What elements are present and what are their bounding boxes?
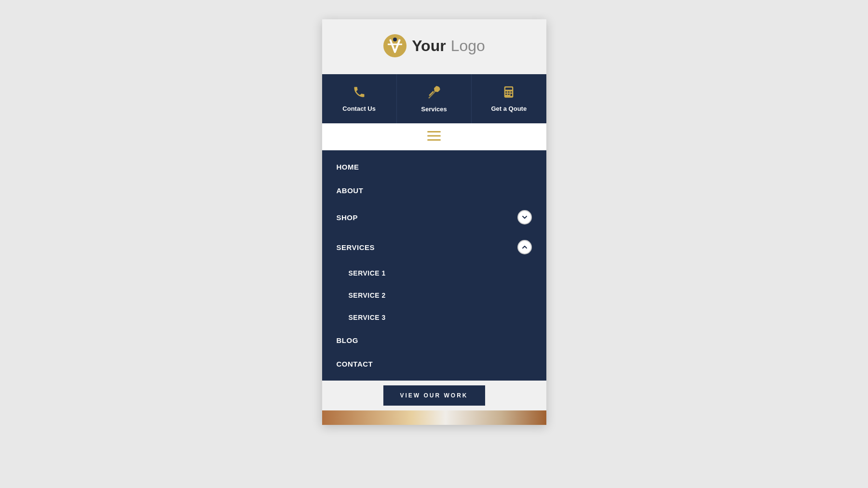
svg-rect-7 — [511, 92, 513, 92]
wrench-icon — [427, 85, 441, 102]
cta-bar: VIEW OUR WORK — [322, 381, 546, 410]
svg-rect-13 — [427, 139, 441, 141]
header: YourLogo — [322, 19, 546, 74]
service2-label: SERVICE 2 — [349, 291, 386, 299]
nav-sub-item-service2[interactable]: SERVICE 2 — [322, 284, 546, 306]
nav-sub-item-service3[interactable]: SERVICE 3 — [322, 306, 546, 329]
svg-rect-12 — [427, 135, 441, 137]
phone-icon — [353, 85, 366, 101]
hamburger-bar[interactable] — [322, 123, 546, 150]
top-nav-quote[interactable]: Get a Qoute — [472, 74, 546, 123]
nav-blog-label: BLOG — [337, 336, 358, 344]
nav-item-shop[interactable]: SHOP — [322, 202, 546, 232]
svg-rect-6 — [508, 92, 510, 92]
svg-rect-9 — [508, 94, 510, 95]
nav-about-label: ABOUT — [337, 186, 364, 195]
svg-rect-10 — [511, 94, 513, 96]
nav-item-home[interactable]: HOME — [322, 155, 546, 179]
bottom-strip — [322, 410, 546, 425]
service1-label: SERVICE 1 — [349, 269, 386, 277]
quote-label: Get a Qoute — [491, 105, 527, 112]
service3-label: SERVICE 3 — [349, 314, 386, 321]
nav-item-blog[interactable]: BLOG — [322, 329, 546, 352]
view-our-work-button[interactable]: VIEW OUR WORK — [383, 385, 485, 406]
logo-text-bold: Your — [412, 37, 446, 55]
svg-rect-4 — [505, 88, 512, 90]
logo-text-light: Logo — [451, 37, 485, 55]
logo[interactable]: YourLogo — [383, 34, 485, 58]
top-nav-contact[interactable]: Contact Us — [322, 74, 397, 123]
contact-us-label: Contact Us — [342, 105, 376, 112]
top-nav-services[interactable]: Services — [397, 74, 472, 123]
nav-item-about[interactable]: ABOUT — [322, 179, 546, 202]
shop-chevron-down-icon[interactable] — [517, 210, 532, 224]
nav-sub-item-service1[interactable]: SERVICE 1 — [322, 262, 546, 284]
svg-rect-5 — [505, 92, 507, 92]
svg-rect-11 — [427, 131, 441, 132]
nav-services-label: SERVICES — [337, 243, 375, 251]
hamburger-icon[interactable] — [427, 131, 441, 143]
nav-item-contact[interactable]: CONTACT — [322, 352, 546, 376]
nav-contact-label: CONTACT — [337, 360, 373, 368]
nav-item-services[interactable]: SERVICES — [322, 232, 546, 262]
svg-point-2 — [437, 87, 439, 89]
calculator-icon — [502, 85, 515, 101]
phone-container: YourLogo Contact Us Services — [322, 19, 546, 425]
services-chevron-up-icon[interactable] — [517, 240, 532, 254]
services-label: Services — [421, 106, 447, 113]
svg-point-1 — [393, 38, 397, 41]
nav-shop-label: SHOP — [337, 213, 358, 222]
svg-rect-8 — [505, 94, 507, 95]
logo-icon — [383, 34, 407, 58]
nav-home-label: HOME — [337, 163, 359, 171]
top-nav-bar: Contact Us Services — [322, 74, 546, 123]
nav-menu: HOME ABOUT SHOP SERVICES SERVICE 1 — [322, 150, 546, 381]
